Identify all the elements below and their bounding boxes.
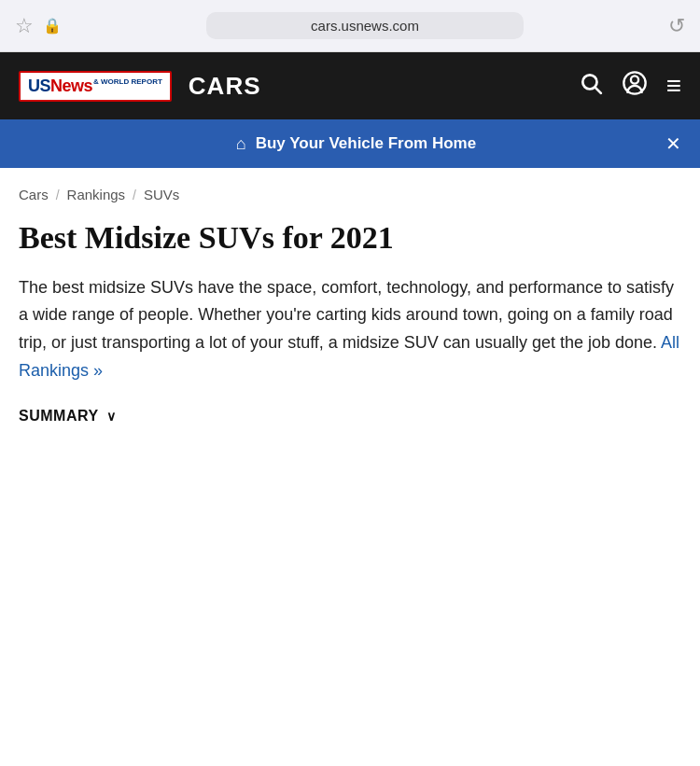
breadcrumb-cars[interactable]: Cars — [19, 187, 49, 202]
breadcrumb-sep-2: / — [133, 188, 136, 202]
banner-label: Buy Your Vehicle From Home — [256, 134, 477, 153]
page-description: The best midsize SUVs have the space, co… — [19, 274, 681, 385]
promo-banner-text[interactable]: ⌂ Buy Your Vehicle From Home — [47, 134, 665, 154]
chevron-down-icon: ∨ — [106, 409, 117, 424]
refresh-icon[interactable]: ↺ — [668, 14, 685, 37]
summary-label: SUMMARY — [19, 408, 99, 425]
logo-us: US — [28, 77, 50, 96]
lock-icon: 🔒 — [43, 17, 62, 35]
cars-section-label: CARS — [189, 72, 261, 101]
account-icon[interactable] — [622, 70, 648, 102]
logo-news: News — [50, 77, 92, 96]
browser-bar: ☆ 🔒 cars.usnews.com ↺ — [0, 0, 700, 52]
summary-toggle[interactable]: SUMMARY ∨ — [19, 408, 681, 425]
home-icon: ⌂ — [236, 134, 246, 154]
header-left: US News & World Report CARS — [19, 71, 261, 102]
url-text: cars.usnews.com — [311, 18, 419, 34]
page-title: Best Midsize SUVs for 2021 — [19, 219, 681, 258]
svg-line-1 — [595, 87, 601, 92]
breadcrumb-suvs[interactable]: SUVs — [144, 187, 179, 202]
main-content: Cars / Rankings / SUVs Best Midsize SUVs… — [0, 168, 700, 453]
breadcrumb: Cars / Rankings / SUVs — [19, 187, 681, 202]
close-banner-button[interactable]: ✕ — [665, 132, 681, 155]
header-right: ≡ — [579, 70, 681, 102]
promo-banner: ⌂ Buy Your Vehicle From Home ✕ — [0, 119, 700, 168]
breadcrumb-sep-1: / — [56, 188, 60, 202]
search-icon[interactable] — [579, 71, 603, 102]
logo-world-report: & World Report — [93, 78, 162, 87]
favorite-icon[interactable]: ☆ — [15, 14, 34, 38]
menu-icon[interactable]: ≡ — [666, 73, 681, 99]
address-bar[interactable]: cars.usnews.com — [206, 12, 524, 39]
svg-point-3 — [631, 76, 638, 83]
usnews-logo[interactable]: US News & World Report — [19, 71, 172, 102]
description-text: The best midsize SUVs have the space, co… — [19, 278, 674, 352]
site-header: US News & World Report CARS ≡ — [0, 52, 700, 119]
breadcrumb-rankings[interactable]: Rankings — [67, 187, 126, 202]
